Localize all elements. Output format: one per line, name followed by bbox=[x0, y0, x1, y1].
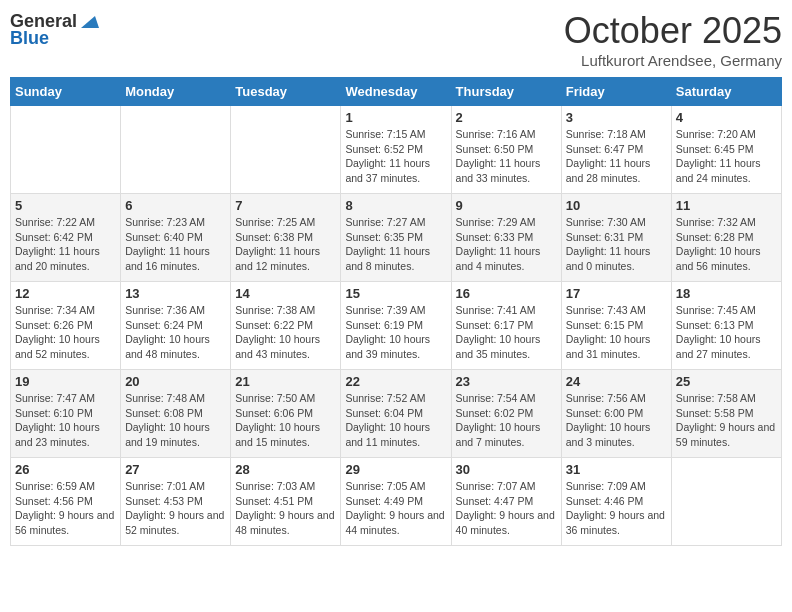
day-info: Sunrise: 7:03 AMSunset: 4:51 PMDaylight:… bbox=[235, 479, 336, 538]
day-number: 14 bbox=[235, 286, 336, 301]
day-number: 20 bbox=[125, 374, 226, 389]
day-info: Sunrise: 7:30 AMSunset: 6:31 PMDaylight:… bbox=[566, 215, 667, 274]
calendar-week-row: 1Sunrise: 7:15 AMSunset: 6:52 PMDaylight… bbox=[11, 106, 782, 194]
day-number: 17 bbox=[566, 286, 667, 301]
day-number: 19 bbox=[15, 374, 116, 389]
day-info: Sunrise: 7:56 AMSunset: 6:00 PMDaylight:… bbox=[566, 391, 667, 450]
calendar-cell: 26Sunrise: 6:59 AMSunset: 4:56 PMDayligh… bbox=[11, 458, 121, 546]
day-info: Sunrise: 7:23 AMSunset: 6:40 PMDaylight:… bbox=[125, 215, 226, 274]
day-of-week-header: Friday bbox=[561, 78, 671, 106]
calendar-cell: 24Sunrise: 7:56 AMSunset: 6:00 PMDayligh… bbox=[561, 370, 671, 458]
calendar-cell: 11Sunrise: 7:32 AMSunset: 6:28 PMDayligh… bbox=[671, 194, 781, 282]
logo: General Blue bbox=[10, 10, 99, 49]
location-title: Luftkurort Arendsee, Germany bbox=[564, 52, 782, 69]
day-number: 7 bbox=[235, 198, 336, 213]
day-number: 21 bbox=[235, 374, 336, 389]
calendar-cell: 3Sunrise: 7:18 AMSunset: 6:47 PMDaylight… bbox=[561, 106, 671, 194]
day-info: Sunrise: 7:34 AMSunset: 6:26 PMDaylight:… bbox=[15, 303, 116, 362]
calendar-cell: 20Sunrise: 7:48 AMSunset: 6:08 PMDayligh… bbox=[121, 370, 231, 458]
day-number: 25 bbox=[676, 374, 777, 389]
page-header: General Blue October 2025 Luftkurort Are… bbox=[10, 10, 782, 69]
day-of-week-header: Monday bbox=[121, 78, 231, 106]
day-info: Sunrise: 7:58 AMSunset: 5:58 PMDaylight:… bbox=[676, 391, 777, 450]
day-info: Sunrise: 7:52 AMSunset: 6:04 PMDaylight:… bbox=[345, 391, 446, 450]
day-of-week-header: Wednesday bbox=[341, 78, 451, 106]
day-number: 29 bbox=[345, 462, 446, 477]
calendar-cell: 17Sunrise: 7:43 AMSunset: 6:15 PMDayligh… bbox=[561, 282, 671, 370]
calendar-cell: 7Sunrise: 7:25 AMSunset: 6:38 PMDaylight… bbox=[231, 194, 341, 282]
calendar-cell: 13Sunrise: 7:36 AMSunset: 6:24 PMDayligh… bbox=[121, 282, 231, 370]
calendar-cell: 19Sunrise: 7:47 AMSunset: 6:10 PMDayligh… bbox=[11, 370, 121, 458]
day-info: Sunrise: 7:15 AMSunset: 6:52 PMDaylight:… bbox=[345, 127, 446, 186]
day-of-week-header: Tuesday bbox=[231, 78, 341, 106]
day-number: 16 bbox=[456, 286, 557, 301]
day-info: Sunrise: 7:20 AMSunset: 6:45 PMDaylight:… bbox=[676, 127, 777, 186]
calendar-cell: 2Sunrise: 7:16 AMSunset: 6:50 PMDaylight… bbox=[451, 106, 561, 194]
day-info: Sunrise: 6:59 AMSunset: 4:56 PMDaylight:… bbox=[15, 479, 116, 538]
day-info: Sunrise: 7:18 AMSunset: 6:47 PMDaylight:… bbox=[566, 127, 667, 186]
day-number: 26 bbox=[15, 462, 116, 477]
day-number: 23 bbox=[456, 374, 557, 389]
day-number: 12 bbox=[15, 286, 116, 301]
day-number: 6 bbox=[125, 198, 226, 213]
calendar-cell: 6Sunrise: 7:23 AMSunset: 6:40 PMDaylight… bbox=[121, 194, 231, 282]
calendar-cell: 29Sunrise: 7:05 AMSunset: 4:49 PMDayligh… bbox=[341, 458, 451, 546]
day-number: 24 bbox=[566, 374, 667, 389]
calendar-cell: 12Sunrise: 7:34 AMSunset: 6:26 PMDayligh… bbox=[11, 282, 121, 370]
day-info: Sunrise: 7:47 AMSunset: 6:10 PMDaylight:… bbox=[15, 391, 116, 450]
day-info: Sunrise: 7:09 AMSunset: 4:46 PMDaylight:… bbox=[566, 479, 667, 538]
day-number: 10 bbox=[566, 198, 667, 213]
calendar-cell: 16Sunrise: 7:41 AMSunset: 6:17 PMDayligh… bbox=[451, 282, 561, 370]
day-info: Sunrise: 7:50 AMSunset: 6:06 PMDaylight:… bbox=[235, 391, 336, 450]
day-number: 18 bbox=[676, 286, 777, 301]
day-info: Sunrise: 7:01 AMSunset: 4:53 PMDaylight:… bbox=[125, 479, 226, 538]
calendar-cell: 5Sunrise: 7:22 AMSunset: 6:42 PMDaylight… bbox=[11, 194, 121, 282]
day-info: Sunrise: 7:36 AMSunset: 6:24 PMDaylight:… bbox=[125, 303, 226, 362]
calendar-cell: 25Sunrise: 7:58 AMSunset: 5:58 PMDayligh… bbox=[671, 370, 781, 458]
day-number: 13 bbox=[125, 286, 226, 301]
calendar-week-row: 26Sunrise: 6:59 AMSunset: 4:56 PMDayligh… bbox=[11, 458, 782, 546]
day-info: Sunrise: 7:39 AMSunset: 6:19 PMDaylight:… bbox=[345, 303, 446, 362]
day-info: Sunrise: 7:43 AMSunset: 6:15 PMDaylight:… bbox=[566, 303, 667, 362]
day-of-week-header: Saturday bbox=[671, 78, 781, 106]
calendar-week-row: 5Sunrise: 7:22 AMSunset: 6:42 PMDaylight… bbox=[11, 194, 782, 282]
calendar-cell: 30Sunrise: 7:07 AMSunset: 4:47 PMDayligh… bbox=[451, 458, 561, 546]
calendar-cell: 9Sunrise: 7:29 AMSunset: 6:33 PMDaylight… bbox=[451, 194, 561, 282]
calendar-cell bbox=[11, 106, 121, 194]
calendar-cell: 28Sunrise: 7:03 AMSunset: 4:51 PMDayligh… bbox=[231, 458, 341, 546]
svg-marker-0 bbox=[81, 16, 99, 28]
calendar-week-row: 19Sunrise: 7:47 AMSunset: 6:10 PMDayligh… bbox=[11, 370, 782, 458]
calendar-cell: 18Sunrise: 7:45 AMSunset: 6:13 PMDayligh… bbox=[671, 282, 781, 370]
calendar-cell: 31Sunrise: 7:09 AMSunset: 4:46 PMDayligh… bbox=[561, 458, 671, 546]
day-info: Sunrise: 7:22 AMSunset: 6:42 PMDaylight:… bbox=[15, 215, 116, 274]
day-info: Sunrise: 7:41 AMSunset: 6:17 PMDaylight:… bbox=[456, 303, 557, 362]
day-number: 5 bbox=[15, 198, 116, 213]
day-info: Sunrise: 7:38 AMSunset: 6:22 PMDaylight:… bbox=[235, 303, 336, 362]
day-number: 30 bbox=[456, 462, 557, 477]
calendar-header-row: SundayMondayTuesdayWednesdayThursdayFrid… bbox=[11, 78, 782, 106]
day-number: 31 bbox=[566, 462, 667, 477]
calendar-cell: 27Sunrise: 7:01 AMSunset: 4:53 PMDayligh… bbox=[121, 458, 231, 546]
day-info: Sunrise: 7:16 AMSunset: 6:50 PMDaylight:… bbox=[456, 127, 557, 186]
day-info: Sunrise: 7:54 AMSunset: 6:02 PMDaylight:… bbox=[456, 391, 557, 450]
calendar-cell: 21Sunrise: 7:50 AMSunset: 6:06 PMDayligh… bbox=[231, 370, 341, 458]
calendar-cell: 22Sunrise: 7:52 AMSunset: 6:04 PMDayligh… bbox=[341, 370, 451, 458]
calendar-cell: 14Sunrise: 7:38 AMSunset: 6:22 PMDayligh… bbox=[231, 282, 341, 370]
day-number: 8 bbox=[345, 198, 446, 213]
day-number: 27 bbox=[125, 462, 226, 477]
calendar-cell: 15Sunrise: 7:39 AMSunset: 6:19 PMDayligh… bbox=[341, 282, 451, 370]
day-number: 2 bbox=[456, 110, 557, 125]
calendar-table: SundayMondayTuesdayWednesdayThursdayFrid… bbox=[10, 77, 782, 546]
day-info: Sunrise: 7:29 AMSunset: 6:33 PMDaylight:… bbox=[456, 215, 557, 274]
day-info: Sunrise: 7:25 AMSunset: 6:38 PMDaylight:… bbox=[235, 215, 336, 274]
day-info: Sunrise: 7:05 AMSunset: 4:49 PMDaylight:… bbox=[345, 479, 446, 538]
day-of-week-header: Sunday bbox=[11, 78, 121, 106]
calendar-cell: 4Sunrise: 7:20 AMSunset: 6:45 PMDaylight… bbox=[671, 106, 781, 194]
calendar-cell bbox=[671, 458, 781, 546]
day-number: 28 bbox=[235, 462, 336, 477]
calendar-cell: 23Sunrise: 7:54 AMSunset: 6:02 PMDayligh… bbox=[451, 370, 561, 458]
calendar-cell: 8Sunrise: 7:27 AMSunset: 6:35 PMDaylight… bbox=[341, 194, 451, 282]
calendar-cell: 1Sunrise: 7:15 AMSunset: 6:52 PMDaylight… bbox=[341, 106, 451, 194]
logo-icon bbox=[77, 10, 99, 32]
day-info: Sunrise: 7:48 AMSunset: 6:08 PMDaylight:… bbox=[125, 391, 226, 450]
